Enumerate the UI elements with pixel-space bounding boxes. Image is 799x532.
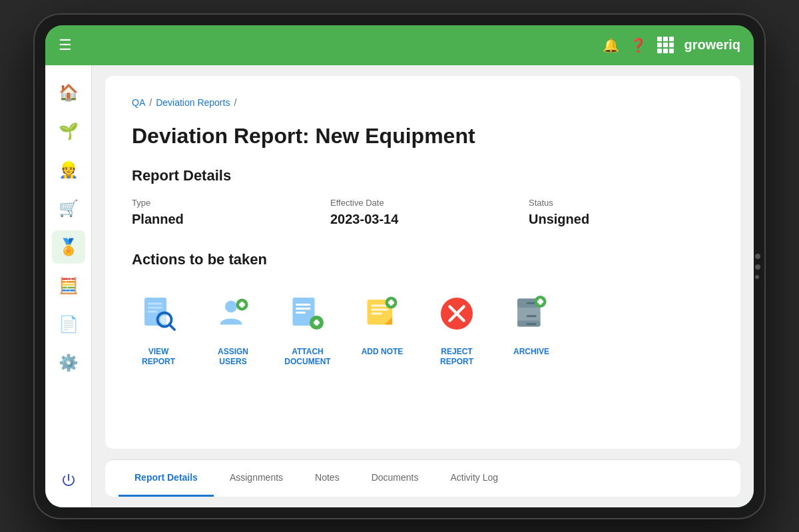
status-label: Status <box>529 198 714 208</box>
svg-rect-35 <box>527 323 537 325</box>
svg-point-7 <box>225 300 237 312</box>
svg-rect-12 <box>296 304 311 306</box>
sidebar-item-power[interactable] <box>52 463 85 497</box>
sidebar-item-document[interactable]: 📄 <box>52 308 85 341</box>
action-view-report[interactable]: VIEWREPORT <box>132 287 185 368</box>
report-details-section-title: Report Details <box>132 167 714 184</box>
tab-documents[interactable]: Documents <box>356 460 435 497</box>
archive-icon-wrap <box>505 287 558 340</box>
top-bar: ☰ 🔔 ❓ groweriq <box>45 25 754 65</box>
action-assign-users[interactable]: ASSIGNUSERS <box>206 287 260 368</box>
effective-date-label: Effective Date <box>330 198 515 208</box>
sidebar-item-calculator[interactable]: 🧮 <box>52 269 85 302</box>
status-value: Unsigned <box>529 212 714 227</box>
help-icon[interactable]: ❓ <box>630 37 647 53</box>
scroll-dot-1 <box>755 254 760 259</box>
assign-users-icon-wrap <box>206 287 260 340</box>
view-report-icon-wrap <box>132 287 185 340</box>
svg-rect-25 <box>388 301 394 304</box>
type-label: Type <box>132 198 317 208</box>
report-details-grid: Type Planned Effective Date 2023-03-14 S… <box>132 198 714 227</box>
svg-rect-38 <box>537 300 543 303</box>
svg-point-5 <box>160 315 169 324</box>
archive-label: ARCHIVE <box>513 347 549 358</box>
actions-section-title: Actions to be taken <box>132 251 714 268</box>
add-note-label: ADD NOTE <box>362 347 403 358</box>
svg-rect-21 <box>372 308 389 310</box>
scroll-dot-2 <box>755 264 760 270</box>
view-report-label: VIEWREPORT <box>142 347 175 368</box>
add-note-icon-wrap <box>356 287 409 340</box>
tab-notes[interactable]: Notes <box>299 460 356 497</box>
page-title: Deviation Report: New Equipment <box>132 124 714 148</box>
reject-report-icon-wrap <box>430 287 483 340</box>
tab-report-details[interactable]: Report Details <box>119 460 214 497</box>
svg-rect-10 <box>239 303 245 306</box>
sidebar-item-badge[interactable]: 🏅 <box>52 230 85 264</box>
type-field: Type Planned <box>132 198 317 227</box>
attach-document-label: ATTACHDOCUMENT <box>284 347 330 368</box>
brand-grid-icon <box>657 37 674 53</box>
svg-rect-17 <box>314 321 320 324</box>
bottom-tabs: Report Details Assignments Notes Documen… <box>105 459 740 497</box>
assign-users-label: ASSIGNUSERS <box>218 347 248 368</box>
action-archive[interactable]: ARCHIVE <box>505 287 558 358</box>
action-reject-report[interactable]: REJECTREPORT <box>430 287 483 368</box>
svg-rect-3 <box>148 310 158 312</box>
breadcrumb: QA / Deviation Reports / <box>132 97 714 108</box>
sidebar-item-plant[interactable]: 🌱 <box>52 115 85 148</box>
sidebar-item-cart[interactable]: 🛒 <box>52 192 85 225</box>
tab-assignments[interactable]: Assignments <box>214 460 299 497</box>
content-area: QA / Deviation Reports / Deviation Repor… <box>92 65 754 507</box>
svg-rect-13 <box>296 308 311 310</box>
tab-activity-log[interactable]: Activity Log <box>434 460 514 497</box>
breadcrumb-qa[interactable]: QA <box>132 97 145 108</box>
content-scroll: QA / Deviation Reports / Deviation Repor… <box>92 65 754 459</box>
brand-name: groweriq <box>684 37 740 53</box>
main-layout: 🏠 🌱 👷 🛒 🏅 🧮 📄 ⚙️ <box>45 65 754 507</box>
svg-rect-1 <box>148 302 163 304</box>
hamburger-icon[interactable]: ☰ <box>59 37 72 54</box>
main-card: QA / Deviation Reports / Deviation Repor… <box>105 76 740 449</box>
svg-line-6 <box>170 324 175 330</box>
device-inner: ☰ 🔔 ❓ groweriq 🏠 🌱 👷 🛒 🏅 🧮 <box>45 25 754 507</box>
sidebar-item-settings[interactable]: ⚙️ <box>52 346 85 380</box>
effective-date-value: 2023-03-14 <box>330 212 515 227</box>
sidebar-item-worker[interactable]: 👷 <box>52 153 85 186</box>
svg-rect-34 <box>527 315 537 317</box>
action-attach-document[interactable]: ATTACHDOCUMENT <box>281 287 334 368</box>
actions-grid: VIEWREPORT <box>132 287 714 368</box>
device-scroll-dots <box>755 254 760 279</box>
action-add-note[interactable]: ADD NOTE <box>356 287 409 358</box>
notification-icon[interactable]: 🔔 <box>603 37 619 53</box>
attach-document-icon-wrap <box>281 287 334 340</box>
svg-rect-14 <box>296 312 306 314</box>
svg-rect-22 <box>372 312 383 314</box>
reject-report-label: REJECTREPORT <box>440 347 473 368</box>
effective-date-field: Effective Date 2023-03-14 <box>330 198 515 227</box>
device-frame: ☰ 🔔 ❓ groweriq 🏠 🌱 👷 🛒 🏅 🧮 <box>33 13 766 519</box>
sidebar-item-home[interactable]: 🏠 <box>52 76 85 109</box>
status-field: Status Unsigned <box>529 198 714 227</box>
scroll-dot-3 <box>755 275 759 279</box>
type-value: Planned <box>132 212 317 227</box>
sidebar: 🏠 🌱 👷 🛒 🏅 🧮 📄 ⚙️ <box>45 65 92 507</box>
breadcrumb-sep-2: / <box>234 97 236 108</box>
top-bar-right: 🔔 ❓ groweriq <box>603 37 740 53</box>
svg-rect-20 <box>372 304 389 306</box>
breadcrumb-sep-1: / <box>149 97 152 108</box>
breadcrumb-deviation-reports[interactable]: Deviation Reports <box>156 97 230 108</box>
svg-rect-2 <box>148 306 163 308</box>
